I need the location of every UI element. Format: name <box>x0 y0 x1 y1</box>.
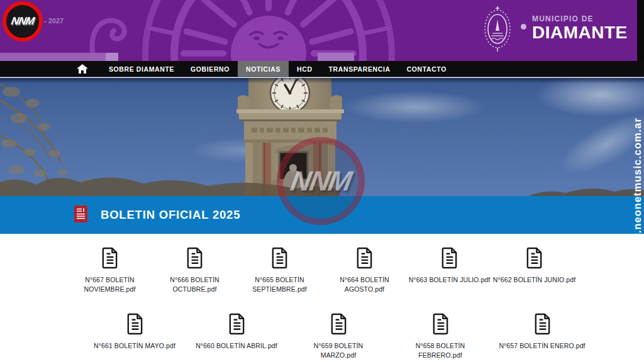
nav-item-noticias[interactable]: NOTICIAS <box>238 61 289 77</box>
nav-item-transparencia[interactable]: TRANSPARENCIA <box>321 61 399 77</box>
nnm-watermark-logo: NNM <box>3 1 43 41</box>
file-document-icon <box>125 312 145 338</box>
pdf-filename: N°663 BOLETÍN JULIO.pdf <box>409 275 491 285</box>
nav-item-hcd[interactable]: HCD <box>289 61 321 77</box>
header-background: MUNICIPIO DE DIAMANTE <box>0 0 637 61</box>
nav-item-gobierno[interactable]: GOBIERNO <box>182 61 238 77</box>
pdf-document-link[interactable]: N°662 BOLETÍN JUNIO.pdf <box>492 246 577 294</box>
header-accent-square <box>106 53 118 61</box>
file-document-icon <box>355 246 374 272</box>
pdf-filename: N°665 BOLETÍNSEPTIEMBRE.pdf <box>252 275 307 294</box>
org-name: DIAMANTE <box>532 23 628 41</box>
separator-dot <box>521 24 526 30</box>
pdf-document-link[interactable]: N°657 BOLETÍN ENERO.pdf <box>491 312 593 360</box>
pdf-document-link[interactable]: N°660 BOLETÍN ABRIL.pdf <box>186 312 287 360</box>
pdf-document-link[interactable]: N°663 BOLETÍN JULIO.pdf <box>407 246 492 294</box>
pdf-filename: N°659 BOLETÍNMARZO.pdf <box>314 341 363 360</box>
nav-item-contacto[interactable]: CONTACTO <box>399 61 455 77</box>
nav-item-sobre-diamante[interactable]: SOBRE DIAMANTE <box>101 61 182 77</box>
site-logo[interactable]: MUNICIPIO DE DIAMANTE <box>532 14 628 41</box>
newspaper-icon <box>74 206 87 225</box>
pdf-document-link[interactable]: N°665 BOLETÍNSEPTIEMBRE.pdf <box>237 246 322 294</box>
pdf-filename: N°662 BOLETÍN JUNIO.pdf <box>493 275 575 285</box>
municipio-diamante-page: MUNICIPIO DE DIAMANTE NNM - 2027 SOBRE D… <box>0 0 644 362</box>
file-document-icon <box>329 312 348 338</box>
municipal-crest-icon <box>482 5 513 55</box>
file-document-icon <box>440 246 459 272</box>
clock-tower-illustration <box>0 78 644 196</box>
header-accent-bar <box>0 53 106 61</box>
file-document-icon <box>525 246 544 272</box>
pdf-document-link[interactable]: N°659 BOLETÍNMARZO.pdf <box>287 312 389 360</box>
pdf-document-link[interactable]: N°664 BOLETÍNAGOSTO.pdf <box>322 246 407 294</box>
hero-top-shadow <box>0 78 644 84</box>
header-accent-segment <box>318 53 354 61</box>
pdf-document-link[interactable]: N°666 BOLETÍNOCTUBRE.pdf <box>152 246 237 294</box>
pdf-document-link[interactable]: N°661 BOLETÍN MAYO.pdf <box>84 312 186 360</box>
pdf-filename: N°666 BOLETÍNOCTUBRE.pdf <box>170 275 219 294</box>
pdf-filename: N°657 BOLETÍN ENERO.pdf <box>499 341 585 351</box>
pdf-filename: N°661 BOLETÍN MAYO.pdf <box>94 341 175 351</box>
main-navigation: SOBRE DIAMANTE GOBIERNO NOTICIAS HCD TRA… <box>0 61 644 77</box>
boletines-grid: N°667 BOLETÍNNOVIEMBRE.pdf N°666 BOLETÍN… <box>0 234 644 362</box>
file-document-icon <box>227 312 247 338</box>
pdf-document-link[interactable]: N°667 BOLETÍNNOVIEMBRE.pdf <box>67 246 152 294</box>
hero-clock-tower-photo <box>0 78 644 196</box>
documents-row-1: N°667 BOLETÍNNOVIEMBRE.pdf N°666 BOLETÍN… <box>67 246 577 294</box>
site-header: MUNICIPIO DE DIAMANTE NNM - 2027 <box>0 0 644 61</box>
nnm-watermark-logo-text: NNM <box>10 15 35 28</box>
file-document-icon <box>270 246 289 272</box>
file-document-icon <box>100 246 119 272</box>
page-title: BOLETIN OFICIAL 2025 <box>101 208 240 222</box>
home-icon[interactable] <box>70 61 94 77</box>
file-document-icon <box>185 246 204 272</box>
file-document-icon <box>431 312 450 338</box>
org-label: MUNICIPIO DE <box>532 14 628 23</box>
file-document-icon <box>533 312 552 338</box>
section-banner: BOLETIN OFICIAL 2025 <box>0 196 644 234</box>
pdf-filename: N°658 BOLETÍNFEBRERO.pdf <box>416 341 465 360</box>
pdf-filename: N°664 BOLETÍNAGOSTO.pdf <box>340 275 389 294</box>
term-years-label: - 2027 <box>44 17 64 25</box>
pdf-filename: N°660 BOLETÍN ABRIL.pdf <box>196 341 277 351</box>
documents-row-2: N°661 BOLETÍN MAYO.pdf N°660 BOLETÍN ABR… <box>84 312 593 360</box>
pdf-document-link[interactable]: N°658 BOLETÍNFEBRERO.pdf <box>389 312 491 360</box>
pdf-filename: N°667 BOLETÍNNOVIEMBRE.pdf <box>84 275 136 294</box>
